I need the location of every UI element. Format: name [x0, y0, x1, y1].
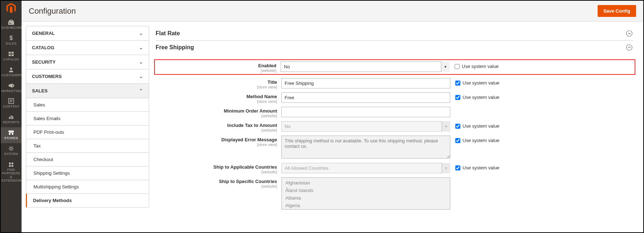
section-free-shipping-header[interactable]: Free Shipping [156, 41, 633, 54]
tabgroup-catalog[interactable]: CATALOG ⌄ [26, 41, 149, 55]
svg-rect-2 [12, 52, 14, 54]
svg-rect-17 [9, 165, 11, 167]
field-applicable-countries-select: All Allowed Countries [281, 163, 450, 173]
svg-rect-18 [12, 165, 13, 167]
nav-content[interactable]: CONTENT [1, 96, 22, 111]
subtab-multishipping-settings[interactable]: Multishipping Settings [26, 180, 149, 194]
field-applicable-countries-system-checkbox[interactable] [455, 165, 460, 170]
svg-rect-1 [9, 52, 11, 54]
magento-logo [6, 3, 16, 15]
subtab-checkout[interactable]: Checkout [26, 153, 149, 166]
country-option[interactable]: Algeria [282, 202, 450, 209]
svg-rect-12 [12, 116, 13, 119]
field-include-tax-system-checkbox[interactable] [455, 124, 460, 129]
svg-point-14 [10, 147, 12, 150]
nav-sales[interactable]: $ SALES [1, 33, 22, 49]
svg-point-19 [626, 31, 632, 36]
field-method-name-system-checkbox[interactable] [455, 95, 460, 100]
section-flat-rate-header[interactable]: Flat Rate [156, 27, 633, 41]
field-include-tax-row: Include Tax to Amount [website] No ▼ [156, 121, 633, 132]
expand-icon [626, 30, 632, 37]
field-enabled-system-checkbox[interactable] [455, 64, 460, 69]
tabgroup-general[interactable]: GENERAL ⌄ [26, 26, 149, 41]
admin-leftnav: DASHBOARD $ SALES CATALOG CUSTOMERS MARK… [1, 1, 22, 232]
chevron-down-icon: ⌄ [139, 74, 143, 79]
svg-rect-16 [12, 163, 13, 164]
tabgroup-sales[interactable]: SALES ⌃ [26, 84, 149, 98]
field-error-msg-row: Displayed Error Message [store view] Thi… [156, 136, 633, 160]
field-error-msg-label: Displayed Error Message [221, 137, 277, 142]
field-error-msg-system-label[interactable]: Use system value [450, 136, 500, 143]
field-title-system-label[interactable]: Use system value [450, 78, 500, 86]
section-free-shipping-body: Enabled [website] No ▼ [156, 54, 633, 216]
subtab-pdf-printouts[interactable]: PDF Print-outs [26, 125, 149, 139]
page-header: Configuration Save Config [22, 1, 643, 22]
svg-rect-3 [9, 54, 11, 56]
subtab-tax[interactable]: Tax [26, 139, 149, 153]
field-title-input [281, 78, 450, 88]
field-applicable-countries-label: Ship to Applicable Countries [213, 164, 277, 170]
subtab-delivery-methods[interactable]: Delivery Methods [26, 194, 149, 207]
chevron-down-icon: ⌄ [139, 59, 143, 65]
nav-marketing[interactable]: MARKETING [1, 80, 22, 96]
field-enabled-label: Enabled [258, 63, 276, 68]
field-min-order-input[interactable] [281, 107, 450, 117]
field-title-row: Title [store view] Use system value [156, 78, 633, 89]
field-include-tax-label: Include Tax to Amount [227, 123, 277, 128]
field-min-order-label: Minimum Order Amount [224, 108, 277, 114]
svg-rect-4 [12, 54, 14, 56]
field-specific-countries-multiselect[interactable]: Afghanistan Åland Islands Albania Algeri… [281, 177, 450, 210]
section-free-shipping-title: Free Shipping [156, 44, 194, 51]
field-enabled-system-label[interactable]: Use system value [450, 61, 499, 69]
nav-stores[interactable]: STORES [1, 127, 22, 143]
subtab-sales[interactable]: Sales [26, 98, 149, 112]
svg-rect-10 [9, 117, 10, 119]
chevron-down-icon: ⌄ [139, 45, 143, 50]
config-content: Flat Rate Free Shipping [149, 22, 643, 232]
field-title-label: Title [268, 79, 277, 85]
svg-rect-11 [11, 115, 12, 119]
svg-point-5 [10, 68, 12, 70]
collapse-icon [626, 44, 632, 51]
section-flat-rate-title: Flat Rate [156, 30, 180, 37]
field-title-system-checkbox[interactable] [455, 81, 460, 86]
tabgroup-customers[interactable]: CUSTOMERS ⌄ [26, 69, 149, 84]
field-include-tax-select: No [281, 121, 450, 132]
field-error-msg-textarea: This shipping method is not available. T… [281, 136, 450, 159]
field-enabled-select[interactable]: No [281, 61, 450, 72]
svg-point-20 [626, 45, 632, 50]
field-enabled-row: Enabled [website] No ▼ [154, 59, 635, 75]
save-config-button[interactable]: Save Config [598, 5, 636, 17]
subtab-shipping-settings[interactable]: Shipping Settings [26, 166, 149, 180]
subtab-sales-emails[interactable]: Sales Emails [26, 112, 149, 125]
svg-rect-15 [9, 163, 11, 164]
chevron-down-icon: ⌄ [139, 31, 143, 36]
nav-reports[interactable]: REPORTS [1, 111, 22, 127]
nav-partners[interactable]: FIND PARTNERS & EXTENSIONS [1, 159, 22, 186]
field-method-name-system-label[interactable]: Use system value [450, 92, 500, 100]
field-error-msg-system-checkbox[interactable] [455, 138, 460, 143]
field-method-name-input [281, 92, 450, 103]
field-method-name-label: Method Name [247, 94, 277, 99]
tabgroup-security[interactable]: SECURITY ⌄ [26, 55, 149, 69]
nav-dashboard[interactable]: DASHBOARD [1, 17, 22, 33]
field-specific-countries-row: Ship to Specific Countries [website] Afg… [156, 177, 633, 210]
svg-rect-13 [10, 133, 12, 135]
nav-customers[interactable]: CUSTOMERS [1, 64, 22, 80]
country-option[interactable]: Afghanistan [282, 179, 450, 187]
page-title: Configuration [29, 6, 76, 16]
chevron-up-icon: ⌃ [139, 88, 143, 93]
field-applicable-countries-system-label[interactable]: Use system value [450, 163, 500, 170]
country-option[interactable]: Åland Islands [282, 187, 450, 194]
field-specific-countries-label: Ship to Specific Countries [219, 179, 277, 184]
field-method-name-row: Method Name [store view] Use system valu… [156, 92, 633, 104]
field-min-order-row: Minimum Order Amount [website] [156, 107, 633, 118]
config-tabs: GENERAL ⌄ CATALOG ⌄ SECURITY ⌄ [22, 22, 149, 232]
nav-system[interactable]: SYSTEM [1, 143, 22, 159]
nav-catalog[interactable]: CATALOG [1, 49, 22, 64]
svg-text:$: $ [10, 35, 13, 41]
field-applicable-countries-row: Ship to Applicable Countries [website] A… [156, 163, 633, 174]
country-option[interactable]: American Samoa [282, 209, 450, 210]
country-option[interactable]: Albania [282, 194, 450, 202]
field-include-tax-system-label[interactable]: Use system value [450, 121, 500, 129]
